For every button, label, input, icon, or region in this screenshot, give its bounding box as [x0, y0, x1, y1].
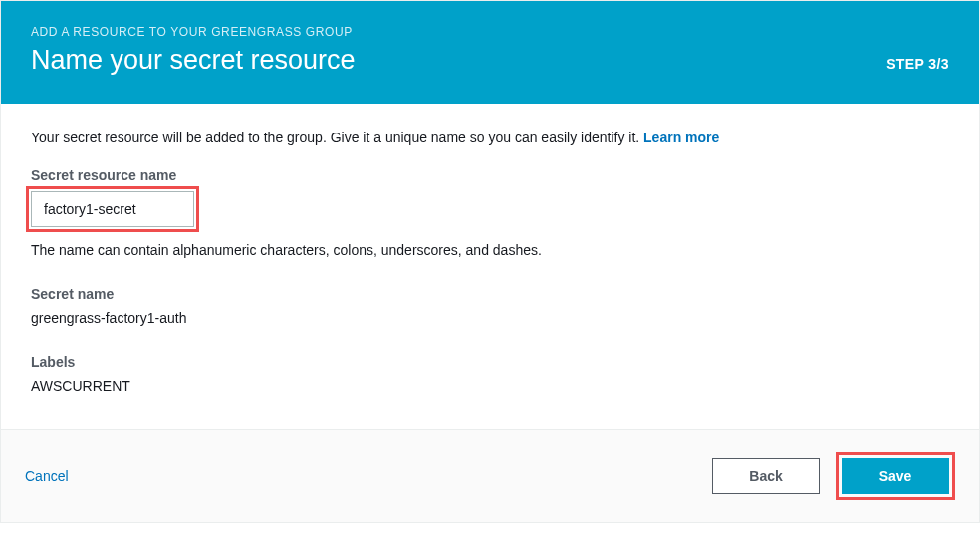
save-highlight: Save: [836, 452, 955, 500]
step-indicator: STEP 3/3: [886, 56, 949, 72]
save-button[interactable]: Save: [842, 458, 949, 494]
description-text: Your secret resource will be added to th…: [31, 130, 643, 145]
input-outer: [31, 191, 379, 232]
labels-section: Labels AWSCURRENT: [31, 354, 949, 394]
description-row: Your secret resource will be added to th…: [31, 130, 949, 145]
back-button[interactable]: Back: [712, 458, 820, 494]
header-left: ADD A RESOURCE TO YOUR GREENGRASS GROUP …: [31, 25, 356, 76]
eyebrow-text: ADD A RESOURCE TO YOUR GREENGRASS GROUP: [31, 25, 356, 39]
cancel-button[interactable]: Cancel: [25, 468, 69, 484]
input-row: [31, 191, 949, 232]
wizard-body: Your secret resource will be added to th…: [1, 104, 979, 429]
labels-label: Labels: [31, 354, 949, 370]
resource-name-field: Secret resource name The name can contai…: [31, 167, 949, 258]
resource-name-helper: The name can contain alphanumeric charac…: [31, 242, 949, 258]
footer-right: Back Save: [712, 452, 955, 500]
input-highlight: [26, 186, 199, 232]
labels-value: AWSCURRENT: [31, 378, 949, 394]
wizard-panel: ADD A RESOURCE TO YOUR GREENGRASS GROUP …: [0, 0, 980, 523]
page-title: Name your secret resource: [31, 45, 356, 76]
secret-name-label: Secret name: [31, 286, 949, 302]
wizard-footer: Cancel Back Save: [1, 429, 979, 522]
secret-name-value: greengrass-factory1-auth: [31, 310, 949, 326]
secret-name-section: Secret name greengrass-factory1-auth: [31, 286, 949, 326]
resource-name-label: Secret resource name: [31, 167, 949, 183]
resource-name-input[interactable]: [31, 191, 194, 227]
wizard-header: ADD A RESOURCE TO YOUR GREENGRASS GROUP …: [1, 1, 979, 104]
learn-more-link[interactable]: Learn more: [643, 130, 719, 145]
